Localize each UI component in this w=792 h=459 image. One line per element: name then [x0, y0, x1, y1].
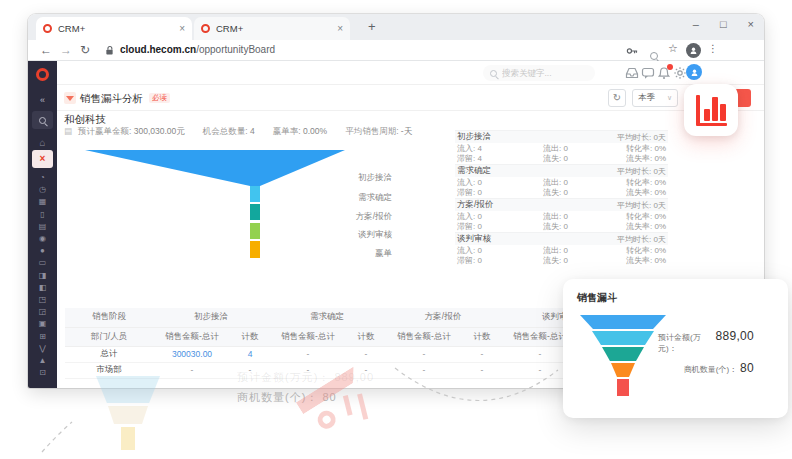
bookmark-star-icon[interactable]: ☆ — [668, 42, 678, 55]
new-tab-button[interactable]: + — [368, 19, 376, 34]
value-cell: - — [347, 346, 385, 362]
stage-name: 方案/报价 — [457, 199, 493, 211]
kpi-value: 4 — [250, 126, 255, 136]
sidebar-item-monitor[interactable]: ▭ — [28, 257, 57, 269]
period-dropdown[interactable]: 本季 ∨ — [632, 89, 678, 107]
message-icon[interactable] — [641, 66, 655, 80]
sidebar-item-calendar[interactable]: ▦ — [28, 196, 57, 208]
value-cell: - — [385, 346, 463, 362]
charts-icon: ▲ — [39, 357, 47, 365]
value-cell: - — [463, 346, 501, 362]
sidebar-item-contacts[interactable]: ● — [28, 245, 57, 257]
stage-stat-row: 流入: 0流出: 0转化率: 0% — [455, 245, 668, 256]
inbox-icon[interactable] — [625, 66, 639, 80]
sidebar-items: «⌂×◔◷▦▯▤◉●▭◨◧◳◲▣⊞⋁▲⊡ — [28, 92, 57, 379]
bar-chart-icon — [720, 104, 726, 121]
reload-button[interactable]: ↻ — [80, 43, 90, 57]
funnel-stage-label: 需求确定 — [292, 192, 392, 202]
app-topbar — [57, 61, 764, 85]
kpi-label: 平均销售周期: — [345, 126, 401, 136]
back-button[interactable]: ← — [40, 43, 52, 57]
sidebar-item-briefcase[interactable]: ▣ — [28, 318, 57, 330]
row-name-cell: 总计 — [65, 346, 153, 362]
sidebar-item-charts[interactable]: ▲ — [28, 355, 57, 367]
address-bar[interactable]: cloud.hecom.cn/opportunityBoard — [120, 44, 275, 55]
sub-header-cell: 计数 — [347, 327, 385, 346]
forward-button[interactable]: → — [60, 43, 72, 57]
user-avatar[interactable] — [686, 64, 702, 80]
kpi-row: ▤ 预计赢单金额: 300,030.00元机会总数量: 4赢单率: 0.00%平… — [64, 126, 412, 138]
person-icon — [690, 68, 699, 77]
gear-icon[interactable] — [673, 66, 687, 80]
card-funnel-band — [602, 347, 644, 361]
global-search[interactable] — [483, 65, 595, 81]
sidebar-item-history[interactable]: ◷ — [28, 184, 57, 196]
stage-stat-cell: 流失率: 0% — [625, 255, 666, 266]
stage-stat-row: 滞留: 0流失: 0流失率: 0% — [455, 222, 668, 233]
value-cell[interactable]: 300030.00 — [153, 346, 231, 362]
sidebar-item-archive[interactable]: ⊡ — [28, 367, 57, 379]
maximize-button[interactable]: □ — [720, 18, 727, 30]
sub-header-cell: 计数 — [463, 327, 501, 346]
tab-strip-tabs: CRM+×CRM+× — [36, 17, 352, 40]
sidebar-item-funnel-analysis[interactable]: × — [32, 150, 53, 168]
sidebar-item-reports[interactable]: ◳ — [28, 294, 57, 306]
metric-value: 889,00 — [715, 329, 754, 343]
sidebar-item-messages[interactable]: ◨ — [28, 270, 57, 282]
sidebar-item-home[interactable]: ⌂ — [28, 135, 57, 150]
sub-header-cell: 销售金额-总计 — [385, 327, 463, 346]
sidebar-item-analytics[interactable]: ◲ — [28, 306, 57, 318]
browser-tab[interactable]: CRM+× — [36, 17, 192, 40]
tab-close-icon[interactable]: × — [337, 23, 343, 34]
kpi-label: 机会总数量: — [203, 126, 250, 136]
browser-profile-avatar[interactable] — [686, 43, 701, 58]
minimize-button[interactable]: – — [693, 18, 699, 30]
stage-stat-cell: 流失: 0 — [543, 255, 625, 266]
sidebar-item-search[interactable] — [32, 111, 53, 129]
stage-stat-cell: 流出: 0 — [543, 143, 625, 154]
kpi-value: 300,030.00元 — [134, 126, 185, 136]
sidebar-item-collapse[interactable]: « — [28, 92, 57, 108]
browser-menu-icon[interactable]: ⋮ — [708, 43, 718, 54]
stage-stat-cell: 流出: 0 — [543, 245, 625, 256]
stage-stat-header: 谈判审核平均时长: 0天 — [455, 232, 668, 245]
chart-shortcut-card[interactable] — [684, 84, 738, 136]
bar-chart-icon — [696, 123, 727, 127]
search-icon — [490, 70, 497, 77]
url-path: /opportunityBoard — [196, 44, 275, 55]
refresh-button[interactable]: ↻ — [608, 89, 626, 107]
value-cell: - — [385, 362, 463, 378]
tab-close-icon[interactable]: × — [179, 23, 185, 34]
sidebar-item-mobile[interactable]: ▯ — [28, 209, 57, 221]
stage-stat-cell: 流失: 0 — [543, 153, 625, 164]
documents-icon: ▤ — [39, 223, 47, 231]
close-button[interactable]: × — [748, 18, 754, 30]
search-input[interactable] — [502, 68, 588, 78]
stage-stat-cell: 转化率: 0% — [625, 143, 666, 154]
value-cell[interactable]: 4 — [231, 346, 269, 362]
zoom-icon[interactable] — [650, 52, 658, 60]
sidebar-item-dashboard[interactable]: ◔ — [28, 172, 57, 184]
sidebar-item-funnel[interactable]: ⋁ — [28, 343, 57, 355]
stage-stat-cell: 流失: 0 — [543, 221, 625, 232]
sidebar-item-chat[interactable]: ◧ — [28, 282, 57, 294]
browser-tab[interactable]: CRM+× — [194, 17, 350, 40]
stamp-shape — [357, 393, 368, 419]
sidebar-item-products[interactable]: ⊞ — [28, 330, 57, 342]
group-header-cell: 需求确定 — [269, 308, 385, 327]
bell-icon[interactable] — [657, 66, 671, 80]
contacts-icon: ● — [40, 247, 45, 255]
reports-icon: ◳ — [39, 296, 47, 304]
stage-stat-cell: 流入: 0 — [457, 211, 543, 222]
key-icon[interactable] — [626, 45, 638, 57]
sidebar-item-settings[interactable]: ◉ — [28, 233, 57, 245]
hecom-favicon-icon — [201, 24, 210, 33]
stage-avg-duration: 平均时长: 0天 — [617, 200, 666, 211]
metric-label: 商机数量(个)： — [684, 364, 737, 375]
bar-chart-icon — [704, 109, 710, 121]
sidebar-item-documents[interactable]: ▤ — [28, 221, 57, 233]
stage-stat-row: 流入: 0流出: 0转化率: 0% — [455, 211, 668, 222]
tab-title: CRM+ — [216, 23, 333, 34]
stage-name: 谈判审核 — [457, 233, 491, 245]
bar-chart-icon — [712, 97, 718, 121]
